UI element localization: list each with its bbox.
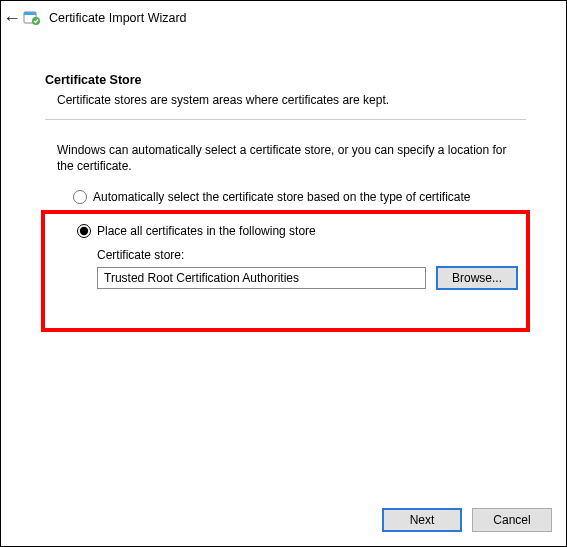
radio-auto-input[interactable]	[73, 190, 87, 204]
window-title: Certificate Import Wizard	[49, 11, 187, 25]
radio-place-input[interactable]	[77, 224, 91, 238]
browse-button[interactable]: Browse...	[436, 266, 518, 290]
instruction-text: Windows can automatically select a certi…	[57, 142, 514, 174]
radio-auto-label: Automatically select the certificate sto…	[93, 190, 471, 204]
wizard-icon	[23, 9, 41, 27]
back-arrow-icon[interactable]: ←	[3, 9, 17, 27]
wizard-footer: Next Cancel	[382, 508, 552, 532]
radio-option-auto[interactable]: Automatically select the certificate sto…	[73, 190, 526, 204]
store-label: Certificate store:	[97, 248, 518, 262]
radio-place-label: Place all certificates in the following …	[97, 224, 316, 238]
titlebar: ← Certificate Import Wizard	[1, 1, 566, 35]
radio-option-place[interactable]: Place all certificates in the following …	[77, 224, 518, 238]
cancel-button[interactable]: Cancel	[472, 508, 552, 532]
page-subheading: Certificate stores are system areas wher…	[57, 93, 526, 107]
divider	[45, 119, 526, 120]
store-row: Browse...	[97, 266, 518, 290]
svg-rect-1	[24, 12, 36, 15]
content-area: Certificate Store Certificate stores are…	[1, 35, 566, 332]
page-heading: Certificate Store	[45, 73, 526, 87]
highlighted-selection: Place all certificates in the following …	[41, 210, 530, 332]
next-button[interactable]: Next	[382, 508, 462, 532]
certificate-store-input[interactable]	[97, 267, 426, 289]
